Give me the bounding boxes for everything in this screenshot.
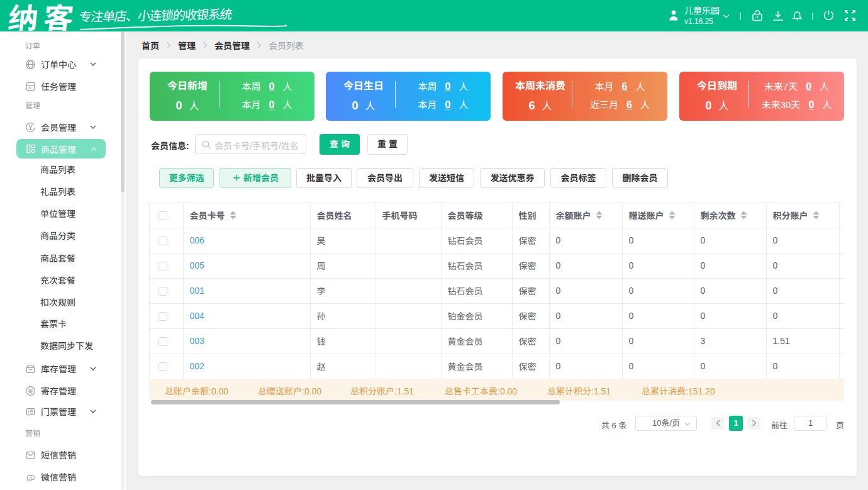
svg-text:寄: 寄 <box>28 386 33 394</box>
